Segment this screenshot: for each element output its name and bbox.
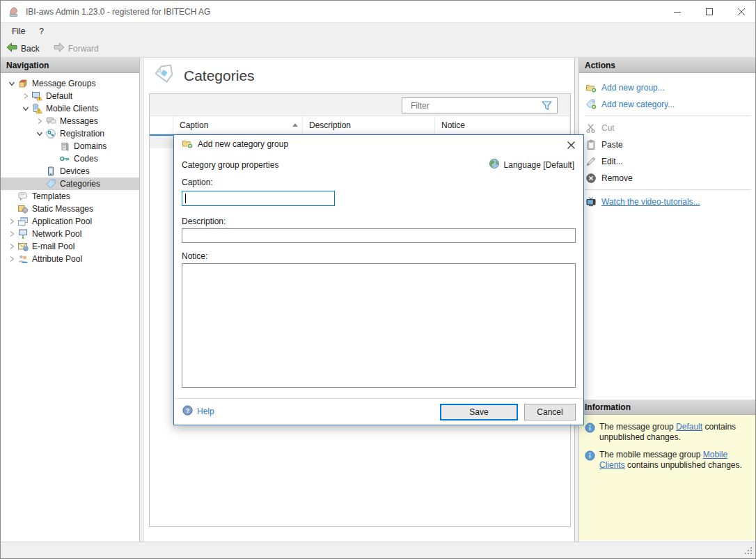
column-header-caption[interactable]: Caption [173,116,303,134]
filter-placeholder: Filter [411,101,542,111]
codes-icon [59,153,70,164]
messages-icon [45,116,56,127]
nav-item-application-pool[interactable]: Application Pool [1,215,139,228]
nav-item-categories[interactable]: Categories [1,178,139,190]
footer-divider [174,398,583,399]
monitor-warning-icon [31,90,42,102]
action-add-new-category[interactable]: Add new category... [579,97,756,112]
back-label: Back [21,44,40,54]
section-label: Category group properties [182,160,278,170]
nav-item-domains[interactable]: Domains [1,140,139,152]
filter-band: Filter [150,94,570,116]
chevron-closed-icon[interactable] [6,241,17,252]
nav-item-label: Static Messages [32,204,97,214]
nav-item-codes[interactable]: Codes [1,152,139,165]
information-header: Information [579,400,756,415]
chevron-closed-icon[interactable] [20,90,31,102]
page-title: Categories [184,68,255,84]
action-watch-the-video-tutorials[interactable]: Watch the video-tutorials... [579,194,756,210]
nav-item-devices[interactable]: Devices [1,165,139,178]
maximize-button[interactable] [702,5,716,19]
minimize-button[interactable] [670,5,684,19]
nav-item-label: E-mail Pool [32,242,79,251]
forward-button[interactable]: Forward [54,42,99,54]
info-text-suffix: contains unpublished changes. [625,460,742,470]
nav-item-label: Mobile Clients [46,104,102,113]
nav-item-message-groups[interactable]: Message Groups [1,77,139,90]
right-panel: Actions Add new group...Add new category… [578,58,756,542]
categories-tag-icon [153,63,175,88]
nav-item-network-pool[interactable]: Network Pool [1,228,139,240]
nav-item-e-mail-pool[interactable]: @E-mail Pool [1,240,139,253]
scissors-icon [585,123,597,134]
column-header-notice[interactable]: Notice [435,116,570,134]
tree-indent [6,203,17,214]
chevron-open-icon[interactable] [34,128,45,139]
chevron-closed-icon[interactable] [6,228,17,239]
nav-item-mobile-clients[interactable]: Mobile Clients [1,102,139,115]
chevron-open-icon[interactable] [20,103,31,114]
nav-item-label: Messages [60,116,102,126]
forward-label: Forward [68,44,99,54]
help-link[interactable]: ? Help [182,405,214,418]
chevron-closed-icon[interactable] [34,116,45,127]
app-icon [8,6,20,18]
nav-item-label: Codes [74,154,102,164]
action-edit[interactable]: Edit... [579,154,756,169]
action-add-new-group[interactable]: Add new group... [579,80,756,95]
actions-divider [585,189,751,190]
add-category-group-dialog: Add new category group Category group pr… [173,134,584,425]
navigation-header: Navigation [1,58,139,73]
info-text: The mobile message group Mobile Clients … [599,450,751,471]
action-paste[interactable]: Paste [579,137,756,152]
nav-item-label: Domains [74,141,111,151]
info-item: The mobile message group Mobile Clients … [585,450,751,471]
save-button[interactable]: Save [440,404,518,420]
menu-file[interactable]: File [5,23,32,40]
devices-icon [45,166,56,177]
chevron-open-icon[interactable] [6,78,17,89]
link-default[interactable]: Default [676,422,702,432]
chevron-closed-icon[interactable] [6,216,17,227]
menu-help[interactable]: ? [32,23,51,40]
notice-field[interactable] [182,263,576,388]
language-selector[interactable]: Language [Default] [489,158,574,171]
column-header-description[interactable]: Description [303,116,435,134]
nav-item-label: Categories [60,179,104,189]
navigation-tree: Message GroupsDefaultMobile ClientsMessa… [1,73,139,265]
back-arrow-icon [6,42,17,54]
nav-item-templates[interactable]: Templates [1,190,139,203]
status-bar [1,542,755,559]
nav-item-messages[interactable]: Messages [1,115,139,127]
nav-item-default[interactable]: Default [1,90,139,102]
nav-item-label: Application Pool [32,216,96,226]
window-controls [670,1,748,23]
back-button[interactable]: Back [6,42,40,54]
description-field[interactable] [182,228,576,243]
svg-text:@: @ [24,246,28,251]
action-remove[interactable]: Remove [579,171,756,186]
nav-item-label: Network Pool [32,229,86,239]
action-label: Remove [601,173,633,183]
resize-grip-icon[interactable] [744,546,753,558]
filter-input[interactable]: Filter [402,97,558,113]
help-icon: ? [182,405,193,418]
nav-item-label: Registration [60,129,109,139]
pencil-icon [585,156,597,167]
email-pool-icon: @ [17,241,29,252]
tree-indent [34,178,45,189]
filter-funnel-icon[interactable] [542,101,552,111]
nav-item-registration[interactable]: Registration [1,127,139,140]
nav-item-attribute-pool[interactable]: Attribute Pool [1,253,139,265]
cancel-button[interactable]: Cancel [524,404,576,420]
info-item: The message group Default contains unpub… [585,422,751,443]
tv-icon [585,196,597,207]
info-circle-icon [585,423,595,443]
nav-item-static-messages[interactable]: Static Messages [1,203,139,215]
tree-indent [6,191,17,202]
caption-field[interactable] [182,191,335,206]
chevron-closed-icon[interactable] [6,253,17,265]
dialog-close-icon[interactable] [565,139,577,151]
close-button[interactable] [734,5,748,19]
action-label: Cut [601,123,615,133]
